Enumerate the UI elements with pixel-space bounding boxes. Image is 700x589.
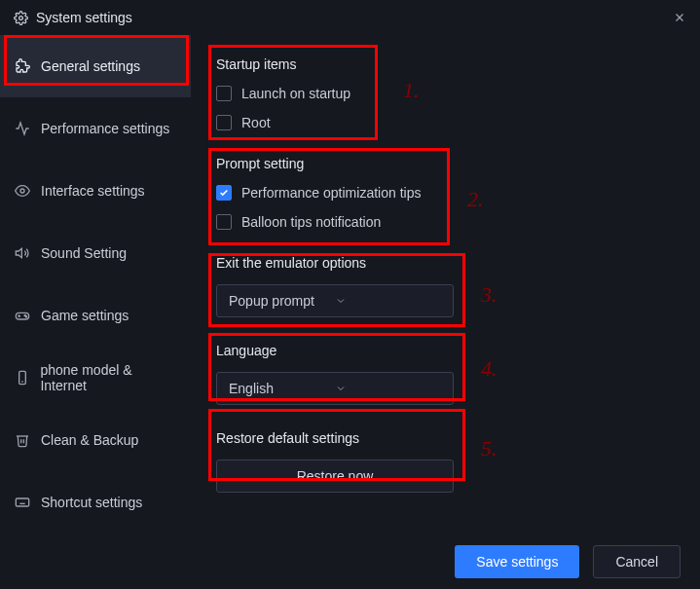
svg-point-0	[19, 16, 23, 19]
sidebar-item-label: Sound Setting	[41, 245, 127, 261]
chevron-down-icon	[335, 383, 441, 394]
sidebar-item-label: phone model & Internet	[40, 362, 177, 393]
section-startup: Startup items Launch on startup Root	[216, 56, 675, 130]
sidebar-item-clean[interactable]: Clean & Backup	[0, 409, 191, 471]
restore-now-button[interactable]: Restore now	[216, 460, 454, 493]
language-title: Language	[216, 343, 675, 358]
activity-icon	[14, 121, 31, 136]
startup-title: Startup items	[216, 56, 675, 72]
titlebar: System settings	[0, 0, 700, 35]
sidebar-item-game[interactable]: Game settings	[0, 284, 191, 347]
save-button[interactable]: Save settings	[455, 545, 579, 578]
prompt-title: Prompt setting	[216, 156, 675, 171]
sidebar-item-label: Interface settings	[41, 183, 145, 199]
sidebar-item-general[interactable]: General settings	[0, 35, 191, 97]
keyboard-icon	[14, 495, 31, 510]
eye-icon	[14, 183, 31, 199]
sidebar-item-label: Performance settings	[41, 121, 169, 136]
perf-tips-checkbox[interactable]	[216, 185, 232, 201]
exit-select-value: Popup prompt	[229, 293, 335, 309]
sidebar-item-label: Shortcut settings	[41, 495, 142, 510]
root-checkbox[interactable]	[216, 115, 232, 130]
sidebar-item-performance[interactable]: Performance settings	[0, 97, 191, 160]
svg-rect-11	[16, 498, 28, 506]
gear-icon	[14, 11, 28, 25]
launch-label: Launch on startup	[241, 86, 350, 101]
sidebar-item-label: Game settings	[41, 308, 129, 323]
smartphone-icon	[14, 370, 30, 386]
section-restore: Restore default settings Restore now	[216, 430, 675, 493]
section-language: Language English	[216, 343, 675, 405]
sidebar-item-sound[interactable]: Sound Setting	[0, 222, 191, 284]
svg-point-8	[25, 316, 26, 317]
language-select-value: English	[229, 381, 335, 396]
sidebar-item-shortcut[interactable]: Shortcut settings	[0, 471, 191, 534]
section-prompt: Prompt setting Performance optimization …	[216, 156, 675, 230]
perf-tips-label: Performance optimization tips	[241, 185, 421, 201]
gamepad-icon	[14, 308, 31, 323]
window-title: System settings	[36, 10, 132, 25]
sidebar-item-interface[interactable]: Interface settings	[0, 160, 191, 222]
cancel-button[interactable]: Cancel	[593, 545, 681, 578]
launch-checkbox[interactable]	[216, 86, 232, 101]
close-icon[interactable]	[673, 11, 686, 24]
puzzle-icon	[14, 58, 31, 74]
language-select[interactable]: English	[216, 372, 454, 405]
trash-icon	[14, 432, 31, 448]
exit-title: Exit the emulator options	[216, 255, 675, 271]
balloon-label: Balloon tips notification	[241, 214, 381, 230]
footer: Save settings Cancel	[0, 534, 700, 589]
chevron-down-icon	[335, 295, 441, 307]
exit-select[interactable]: Popup prompt	[216, 284, 454, 317]
sidebar-item-phone[interactable]: phone model & Internet	[0, 347, 191, 409]
sidebar-item-label: General settings	[41, 58, 140, 74]
content: Startup items Launch on startup Root Pro…	[191, 35, 700, 534]
root-label: Root	[241, 115, 271, 130]
sidebar-item-label: Clean & Backup	[41, 432, 138, 448]
section-exit: Exit the emulator options Popup prompt	[216, 255, 675, 317]
sidebar: General settings Performance settings In…	[0, 35, 191, 534]
volume-icon	[14, 245, 31, 261]
restore-title: Restore default settings	[216, 430, 675, 446]
balloon-checkbox[interactable]	[216, 214, 232, 230]
svg-point-3	[20, 189, 24, 193]
